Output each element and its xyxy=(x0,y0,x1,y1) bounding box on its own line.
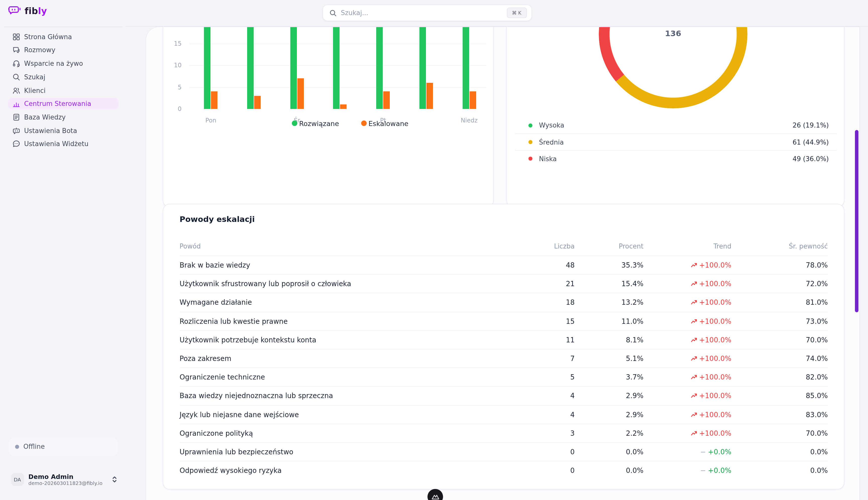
column-header-num[interactable]: Liczba xyxy=(514,242,575,250)
sidebar-item-label: Centrum Sterowania xyxy=(24,100,91,107)
cell-confidence: 0.0% xyxy=(731,448,828,456)
sidebar-item-klienci[interactable]: Klienci xyxy=(8,84,119,96)
cell-reason: Uprawnienia lub bezpieczeństwo xyxy=(180,448,514,456)
cell-reason: Rozliczenia lub kwestie prawne xyxy=(180,317,514,325)
cell-reason: Brak w bazie wiedzy xyxy=(180,261,514,269)
table-row[interactable]: Odpowiedź wysokiego ryzyka00.0%−+0.0%0.0… xyxy=(180,461,828,479)
cell-confidence: 70.0% xyxy=(731,429,828,437)
y-axis-tick-label: 10 xyxy=(167,62,181,69)
legend-value: 61 (44.9%) xyxy=(793,138,829,146)
status-badge[interactable]: Offline xyxy=(9,438,117,456)
table-row[interactable]: Brak w bazie wiedzy4835.3%+100.0%78.0% xyxy=(180,255,828,274)
table-row[interactable]: Rozliczenia lub kwestie prawne1511.0%+10… xyxy=(180,311,828,330)
column-header-conf[interactable]: Śr. pewność xyxy=(731,242,828,250)
users-icon xyxy=(13,87,20,94)
offline-dot-icon xyxy=(15,444,19,448)
sidebar-nav: Strona GłównaRozmowyWsparcie na żywoSzuk… xyxy=(0,31,125,151)
doughnut-total: 136 xyxy=(653,29,693,38)
sidebar-item-centrum-sterowania[interactable]: Centrum Sterowania xyxy=(8,98,119,110)
legend-label[interactable]: Rozwiązane xyxy=(299,119,339,127)
doughnut-legend-row[interactable]: Średnia61 (44.9%) xyxy=(515,134,837,150)
cell-percent: 0.0% xyxy=(575,448,644,456)
table-row[interactable]: Ograniczone polityką32.2%+100.0%70.0% xyxy=(180,423,828,442)
sidebar-item-rozmowy[interactable]: Rozmowy xyxy=(8,44,119,56)
table-row[interactable]: Użytkownik sfrustrowany lub poprosił o c… xyxy=(180,274,828,293)
column-header-pct[interactable]: Procent xyxy=(575,242,644,250)
headset-icon xyxy=(13,60,20,67)
column-header-reason[interactable]: Powód xyxy=(180,242,514,250)
table-row[interactable]: Ograniczenie techniczne53.7%+100.0%82.0% xyxy=(180,367,828,386)
brand-name: fibly xyxy=(25,6,47,16)
trending-up-icon xyxy=(691,411,697,418)
chevron-up-down-icon[interactable] xyxy=(111,476,117,483)
table-row[interactable]: Baza wiedzy niejednoznaczna lub sprzeczn… xyxy=(180,386,828,405)
dashboard-icon xyxy=(13,33,20,41)
trend-flat-icon: − xyxy=(700,466,706,474)
search-icon xyxy=(13,73,20,81)
cell-percent: 35.3% xyxy=(575,261,644,269)
column-header-trend[interactable]: Trend xyxy=(644,242,731,250)
trend-value: +100.0% xyxy=(699,336,731,344)
legend-dot-icon xyxy=(528,157,533,161)
table-row[interactable]: Język lub niejasne dane wejściowe42.9%+1… xyxy=(180,405,828,423)
sidebar-item-szukaj[interactable]: Szukaj xyxy=(8,71,119,83)
bar-chart-legend: RozwiązaneEskalowane xyxy=(163,119,493,128)
knowledge-base-icon xyxy=(13,113,20,121)
bar-eskalowane xyxy=(211,92,218,109)
sidebar-item-label: Szukaj xyxy=(24,73,45,81)
cell-reason: Ograniczenie techniczne xyxy=(180,373,514,381)
cell-count: 21 xyxy=(514,280,575,288)
assistant-fab-button[interactable] xyxy=(427,489,443,500)
table-row[interactable]: Uprawnienia lub bezpieczeństwo00.0%−+0.0… xyxy=(180,442,828,461)
table-row[interactable]: Wymagane działanie1813.2%+100.0%81.0% xyxy=(180,293,828,311)
cell-count: 0 xyxy=(514,448,575,456)
table-row[interactable]: Użytkownik potrzebuje kontekstu konta118… xyxy=(180,330,828,349)
user-name: Demo Admin xyxy=(29,473,111,480)
trend-value: +100.0% xyxy=(699,317,731,325)
legend-label[interactable]: Eskalowane xyxy=(368,119,408,127)
doughnut-legend-row[interactable]: Niska49 (36.0%) xyxy=(515,150,837,167)
sidebar-item-baza-wiedzy[interactable]: Baza Wiedzy xyxy=(8,111,119,123)
main-panel: 151050 PonŚrPtNiedz RozwiązaneEskalowane… xyxy=(146,26,860,500)
sidebar-item-label: Klienci xyxy=(24,87,46,94)
cell-percent: 8.1% xyxy=(575,336,644,344)
sidebar-item-ustawienia-bota[interactable]: Ustawienia Bota xyxy=(8,125,119,137)
sidebar-item-ustawienia-wid-etu[interactable]: Ustawienia Widżetu xyxy=(8,138,119,150)
fibly-logo-icon xyxy=(8,4,21,18)
scrollbar-thumb[interactable] xyxy=(855,130,858,312)
sidebar-item-strona-g-wna[interactable]: Strona Główna xyxy=(8,31,119,43)
cell-trend: +100.0% xyxy=(644,410,731,418)
bot-settings-icon xyxy=(13,127,20,134)
table-row[interactable]: Poza zakresem75.1%+100.0%74.0% xyxy=(180,349,828,367)
legend-dot-icon xyxy=(528,124,533,127)
cell-confidence: 74.0% xyxy=(731,354,828,362)
doughnut-ring xyxy=(599,26,747,109)
cell-confidence: 82.0% xyxy=(731,373,828,381)
doughnut-legend-row[interactable]: Wysoka26 (19.1%) xyxy=(515,117,837,134)
search-input[interactable]: Szukaj... ⌘ K xyxy=(322,4,532,21)
cell-trend: +100.0% xyxy=(644,280,731,288)
cell-confidence: 85.0% xyxy=(731,392,828,400)
legend-label: Niska xyxy=(539,155,793,162)
trend-value: +0.0% xyxy=(708,466,731,474)
y-axis-tick-label: 0 xyxy=(167,106,181,112)
bar-rozwiazane xyxy=(204,26,211,109)
trend-value: +100.0% xyxy=(699,261,731,269)
legend-label: Wysoka xyxy=(539,122,793,129)
cell-reason: Wymagane działanie xyxy=(180,298,514,306)
trend-flat-icon: − xyxy=(700,448,706,456)
cell-trend: +100.0% xyxy=(644,373,731,381)
cell-reason: Odpowiedź wysokiego ryzyka xyxy=(180,466,514,474)
brand-logo[interactable]: fibly xyxy=(8,4,47,18)
bar-eskalowane xyxy=(297,79,304,109)
trend-value: +100.0% xyxy=(699,298,731,306)
trend-value: +0.0% xyxy=(708,448,731,456)
sidebar-item-label: Ustawienia Widżetu xyxy=(24,140,88,148)
sidebar-item-wsparcie-na-ywo[interactable]: Wsparcie na żywo xyxy=(8,58,119,69)
user-menu[interactable]: DA Demo Admin demo-202603011823@fibly.io xyxy=(11,472,117,487)
search-shortcut-badge: ⌘ K xyxy=(507,8,527,18)
cell-percent: 15.4% xyxy=(575,280,644,288)
bar-rozwiazane xyxy=(463,26,469,109)
search-placeholder: Szukaj... xyxy=(341,9,507,16)
trending-up-icon xyxy=(691,393,697,399)
